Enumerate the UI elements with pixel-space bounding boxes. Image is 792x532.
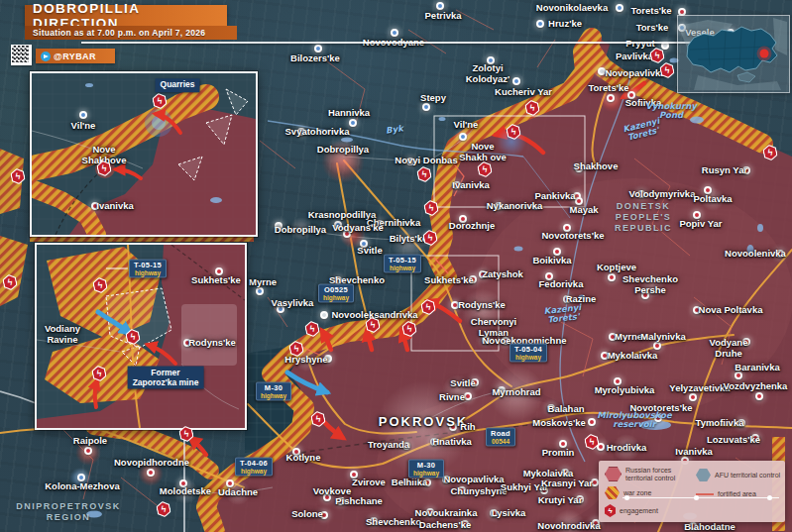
city-label-koptjeve: Koptjeve [597,263,636,273]
city-label-ivanivka: Ivanivka [675,447,713,458]
fortified-area-icon [696,493,714,495]
city-label-dorozhnje: Dorozhnje [449,221,495,232]
city-dot-yelyzavetivka [689,393,697,401]
city-dot-moskovs-ke [588,418,596,426]
city-label-nove-shakh-ove: Nove Shakh ove [459,142,507,162]
city-label-hruz-ke: Hruz'ke [548,19,582,30]
highway-badge-t-04-06: T-04-06highway [235,458,273,477]
city-label-raipole: Raipole [73,436,107,447]
city-label-shevchenko: Shevchenko [366,517,421,528]
channel-handle: @RYBAR [54,52,96,61]
highway-badge-road: Road00544 [486,428,515,447]
city-label-shakhove: Shakhove [574,161,619,172]
city-label-nova-poltavka: Nova Poltavka [699,305,763,316]
former-mine-tag: Former Zaporoz'ka mine [128,367,204,389]
city-label-chunyshyne: Chunyshyne [450,486,507,497]
city-label-fedorivka: Fedorivka [539,279,584,290]
city-label-balahan: Balahan [548,404,585,415]
city-dot-koptjeve [608,273,616,281]
city-label-ivanivka: Ivanivka [96,201,134,212]
city-label-novoukrainka: Novoukrainka [415,508,478,519]
city-label-novotorets-ke: Novotorets'ke [542,231,605,242]
telegram-icon [41,52,51,61]
city-label-torets-ke: Torets'ke [588,83,628,94]
city-label-stepy: Stepy [420,93,446,104]
city-label-pryyut: Pryyut [625,39,655,50]
city-label-dobropillya: Dobropillya [275,225,326,236]
highway-badge-m-30: M-30highway [408,460,444,479]
engagement-icon: ϟ [605,504,616,517]
city-label-vil-ne: Vil'ne [454,120,479,131]
city-label-moskovs-ke: Moskovs'ke [532,418,585,429]
city-dot-vozdvyzhenka [755,392,763,400]
city-dot-hannivka [349,119,357,127]
city-label-hrodivka: Hrodivka [607,443,647,454]
highway-badge-m-30: M-30highway [256,382,291,401]
legend-divider [622,497,779,498]
russian-zone-icon [605,467,622,481]
city-dot-vil-ne [459,133,467,141]
city-label-krasnyi-yar: Krasnyi Yar [541,479,593,489]
city-label-troyanda: Troyanda [368,440,409,451]
city-label-svitle: Svitle [357,246,382,257]
city-label-zatyshok: Zatyshok [482,269,523,280]
page-subtitle: Situation as at 7.00 p.m. on April 7, 20… [25,26,237,40]
water-label-mirolyubovskoe-reservoir: Mirolyubovskoe reservoir [597,411,671,429]
city-label-udachne: Udachne [218,487,258,498]
city-label-novopidhorodne: Novopidhorodne [114,458,189,469]
city-label-belhiika: Belhiika [392,478,427,488]
city-label-myrnohrad: Myrnohrad [492,387,540,398]
city-label-vodiany-ravine: Vodiany Ravine [45,324,80,345]
city-label-popiv-yar: Popiv Yar [679,219,722,230]
highway-badge-t-05-04: T-05-04highway [509,344,547,363]
city-label-dobropillya: Dobropillya [317,145,369,156]
qr-code [11,45,32,65]
city-dot-rivne [464,392,472,400]
quarries-tag: Quarries [156,78,200,92]
city-label-lysivka: Lysivka [492,508,526,519]
city-label-myrolyubivka: Myrolyubivka [595,385,655,396]
city-dot-novopidhorodne [147,469,155,477]
legend-item-engagement: ϟ engagement [605,504,658,517]
city-label-poltavka: Poltavka [693,194,732,205]
city-label-pokrovsk: POKROVSK [379,417,468,428]
city-label-torets-ke: Torets'ke [630,6,671,17]
region-label-donetsk-people-s-republic: DONETSK PEOPLE'S REPUBLIC [615,201,672,234]
city-label-solone: Solone [291,509,323,520]
city-label-molodetske: Molodetske [160,486,211,497]
water-label-vynokurny-pond: Vynokurny Pond [645,102,697,120]
rybar-banner: @RYBAR [36,49,115,63]
region-label-dnipropetrovsk-region: DNIPROPETROVSK REGION [16,501,121,523]
city-label-pavlivka: Pavlivka [616,52,653,62]
city-label-rusyn-yar: Rusyn Yar [702,165,747,176]
city-dot-novooleksandrivka [320,311,328,319]
city-label-rodyns-ke: Rodyns'ke [188,338,236,349]
city-label-novopavlivka: Novopavlivka [443,475,504,485]
city-label-kucheriv-yar: Kucheriv Yar [495,87,552,98]
city-label-tymofiivka: Tymofiivka [696,418,744,429]
city-label-kolona-mezhova: Kolona-Mezhova [45,481,119,492]
city-label-novonikolaevka: Novonikolaevka [536,3,608,14]
highway-badge-t-05-15: T-05-15highway [384,255,421,273]
city-dot-stepy [422,103,430,111]
city-label-myrne: Myrne [615,332,642,343]
city-label-zvirove: Zvirove [352,478,386,488]
city-label-rivne: Rivne [439,392,465,403]
city-label-svitle: Svitle [450,378,475,389]
city-label-tors-ke: Tors'ke [636,23,669,34]
city-label-novoolenivka: Novoolenivka [725,249,786,260]
city-label-vozdvyzhenka: Vozdvyzhenka [724,381,788,392]
city-label-shevchenko-pershe: Shevchenko Pershe [622,274,678,295]
city-label-novyi-donbas: Novyi Donbas [395,156,457,166]
city-label-rih: Rih [460,422,475,433]
city-label-mykolaivka: Mykolaivka [608,351,658,362]
city-dot-vil-ne [79,111,87,119]
city-label-volodymyrivka: Volodymyrivka [629,189,696,200]
inset-quarries: Vil'neNove ShakhoveIvanivkaϟϟQuarries [30,71,258,237]
highway-badge-o0525: O0525highway [318,284,354,303]
city-label-rodyns-ke: Rodyns'ke [458,300,506,311]
legend-item-russian: Russian forces territorial control [605,467,675,481]
war-zone-icon [605,486,620,499]
city-dot-torets-ke [607,94,615,102]
city-label-baranivka: Baranivka [735,363,779,373]
